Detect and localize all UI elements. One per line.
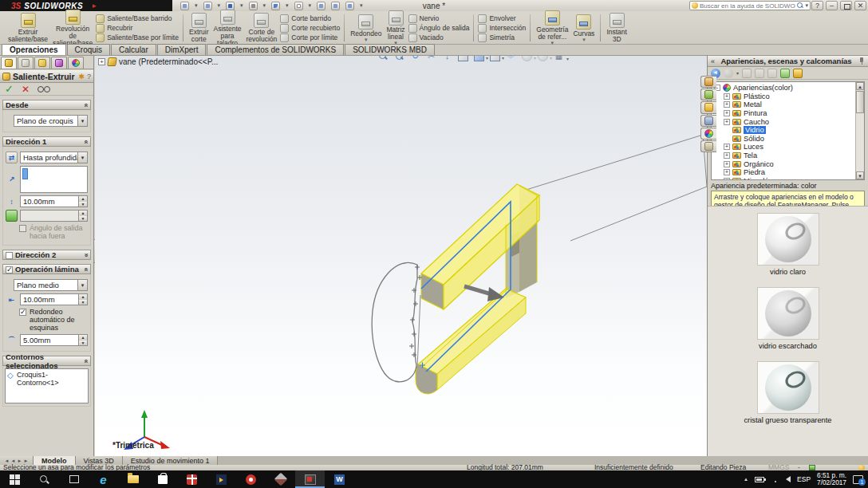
contour-item[interactable]: Croquis1-Contorno<1> [17, 371, 59, 387]
scroll-down-icon[interactable]: ▼ [856, 171, 864, 179]
search-dropdown-icon[interactable]: ▾ [805, 2, 808, 9]
lofted-boss-button[interactable]: Recubrir [96, 24, 179, 33]
clock[interactable]: 6:51 p. m.7/02/2017 [817, 472, 846, 486]
tree-scrollbar[interactable]: ▲ ▼ [855, 82, 864, 179]
depth-spinner[interactable]: 10.00mm▲▼ [20, 195, 88, 207]
tab-operaciones[interactable]: Operaciones [2, 44, 66, 55]
section-direction2-header[interactable]: Dirección 2« [2, 250, 91, 260]
swept-boss-button[interactable]: Saliente/Base barrido [96, 14, 179, 23]
tree-item-metal[interactable]: +Metal [714, 100, 854, 109]
section-contours-header[interactable]: Contornos seleccionados« [2, 356, 91, 366]
scrollbar-thumb[interactable] [856, 91, 864, 113]
selected-contours-listbox[interactable]: ◇ Croquis1-Contorno<1> [5, 368, 89, 403]
word-button[interactable]: W [325, 470, 354, 488]
fillet-button[interactable]: Redondeo▾ [349, 14, 383, 43]
resources-tab[interactable] [700, 76, 716, 88]
rib-button[interactable]: Nervio [408, 14, 470, 23]
lofted-cut-button[interactable]: Corte recubierto [280, 24, 340, 33]
collapse-icon[interactable]: « [81, 140, 89, 144]
select-icon[interactable] [294, 2, 303, 10]
expand-node-icon[interactable]: + [724, 161, 730, 167]
wrap-button[interactable]: Envolver [478, 14, 526, 23]
pin-icon[interactable] [858, 57, 865, 65]
expand-node-icon[interactable]: + [724, 110, 730, 116]
tree-item-vidrio[interactable]: Vidrio [714, 126, 854, 135]
section-from-header[interactable]: Desde« [2, 100, 91, 110]
instant3d-button[interactable]: Instant 3D [605, 12, 629, 44]
help-search-box[interactable]: ▾ [689, 1, 811, 10]
tray-expand-icon[interactable]: ▲ [744, 477, 748, 482]
undo-icon[interactable] [271, 2, 280, 10]
thin-type-combobox[interactable]: Plano medio▾ [14, 279, 88, 291]
print-dropdown-icon[interactable]: ▾ [263, 2, 266, 9]
wifi-icon[interactable] [771, 476, 779, 483]
thumbnail-cristal-grueso[interactable] [757, 361, 819, 414]
language-indicator[interactable]: ESP [797, 475, 811, 483]
mirror-button[interactable]: Simetría [478, 33, 526, 42]
fillet-radius-spinner[interactable]: 5.00mm▲▼ [20, 334, 88, 346]
tree-item-plastico[interactable]: +Plástico [714, 92, 854, 101]
file-explorer-tab[interactable] [700, 101, 716, 113]
tab-dimxpert[interactable]: DimXpert [157, 44, 207, 55]
confirm-button[interactable]: ✓ [5, 84, 14, 94]
expand-node-icon[interactable]: + [724, 144, 730, 150]
scroll-up-icon[interactable]: ▲ [856, 82, 864, 90]
tree-root-row[interactable]: - Apariencias(color) [714, 84, 854, 92]
display-manager-tab[interactable] [68, 57, 84, 69]
expand-node-icon[interactable]: + [724, 119, 730, 125]
battery-icon[interactable] [755, 477, 764, 482]
hole-wizard-button[interactable]: Asistente para taladro [212, 9, 243, 48]
expand-node-icon[interactable]: + [724, 101, 730, 108]
feature-manager-tab[interactable] [1, 57, 17, 69]
preview-glasses-icon[interactable] [37, 85, 50, 92]
thumbnail-vidrio-escarchado[interactable] [757, 287, 819, 340]
expand-node-icon[interactable]: + [724, 152, 730, 159]
print-icon[interactable] [249, 2, 258, 10]
boundary-cut-button[interactable]: Corte por límite [280, 33, 340, 42]
edge-button[interactable]: e [89, 470, 118, 488]
status-units-dropdown[interactable]: - [798, 465, 800, 470]
end-condition-combobox[interactable]: Hasta profundidad es▾ [20, 152, 88, 163]
options-dropdown-icon[interactable]: ▾ [360, 2, 363, 9]
extrude-boss-button[interactable]: Extruir saliente/base [6, 12, 49, 44]
tree-item-piedra[interactable]: +Piedra [714, 168, 854, 177]
taskbar-search-button[interactable] [30, 470, 59, 488]
appearances-tab[interactable] [700, 128, 716, 140]
extrude-cut-button[interactable]: Extruir corte [187, 12, 211, 44]
tab-croquis[interactable]: Croquis [67, 44, 110, 55]
search-icon[interactable] [797, 2, 803, 9]
model-preview[interactable] [95, 56, 707, 456]
help-button[interactable]: ? [811, 1, 823, 10]
history-dropdown-icon[interactable]: ▾ [736, 70, 739, 76]
status-units[interactable]: MMGS [768, 465, 789, 470]
file-explorer-button[interactable] [118, 470, 148, 488]
expand-node-icon[interactable]: + [724, 169, 730, 175]
from-plane-combobox[interactable]: Plano de croquis▾ [14, 115, 88, 127]
minimize-button[interactable]: – [826, 1, 838, 10]
cancel-button[interactable]: ✕ [22, 85, 30, 94]
tree-item-luces[interactable]: +Luces [714, 143, 854, 152]
boundary-boss-button[interactable]: Saliente/Base por límite [96, 33, 179, 42]
reverse-direction-button[interactable]: ⇄ [6, 152, 18, 163]
undo-dropdown-icon[interactable]: ▾ [286, 2, 289, 9]
intersect-button[interactable]: Intersección [478, 24, 526, 33]
auto-fillet-checkbox[interactable] [19, 309, 26, 316]
view-palette-tab[interactable] [700, 115, 716, 127]
graphics-area[interactable]: + vane (Predeterminado<<P... ↻ ✂ ↓ ▾ ▾ 👁… [95, 56, 707, 456]
swept-cut-button[interactable]: Corte barrido [280, 14, 340, 23]
expand-icon[interactable]: « [81, 253, 89, 257]
section-thin-feature-header[interactable]: Operación lámina« [2, 264, 91, 274]
tree-item-organico[interactable]: +Orgánico [714, 159, 854, 168]
gift-app-button[interactable] [177, 470, 207, 488]
configuration-manager-tab[interactable] [34, 57, 50, 69]
curves-button[interactable]: Curvas▾ [571, 14, 596, 43]
tree-item-caucho[interactable]: +Caucho [714, 117, 854, 126]
task-view-button[interactable] [59, 470, 89, 488]
open-document-icon[interactable] [203, 2, 212, 10]
tree-item-miscelaneo[interactable]: +Misceláneo [714, 177, 854, 180]
up-folder-icon[interactable] [793, 69, 803, 78]
tree-item-solido[interactable]: Sólido [714, 135, 854, 144]
new-document-icon[interactable] [180, 2, 189, 10]
design-library-tab[interactable] [700, 89, 716, 100]
makerbot-button[interactable] [236, 470, 266, 488]
